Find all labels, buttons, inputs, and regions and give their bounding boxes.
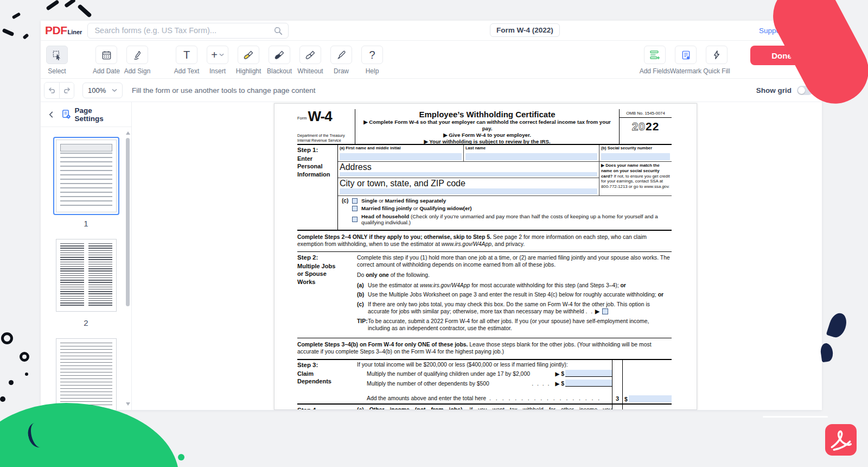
lightning-bolt-icon	[712, 50, 722, 60]
page-number: 2	[84, 318, 88, 327]
two-jobs-checkbox[interactable]	[602, 308, 608, 314]
step4-item-a: (a) Other income (not from jobs). If you…	[357, 405, 612, 410]
scroll-up-arrow[interactable]	[126, 131, 130, 135]
page-thumbnail-3[interactable]	[53, 336, 119, 410]
steps-2-4-note: Complete Steps 2–4 ONLY if they apply to…	[297, 231, 672, 252]
undo-icon	[47, 86, 56, 95]
ssa-url: www.ssa.gov.	[644, 184, 669, 189]
login-link[interactable]: Log in	[795, 27, 815, 35]
insert-button[interactable]: + Insert	[207, 46, 228, 75]
pages-sidebar: Page Settings 1 2 3	[41, 102, 132, 410]
step1-label: Step 1: Enter Personal Information	[297, 145, 338, 230]
scrollbar-thumb[interactable]	[126, 138, 130, 306]
form-number: W-4	[308, 110, 332, 123]
blackout-button[interactable]: Blackout	[269, 46, 290, 75]
top-bar: PDF Liner Form W-4 (2022) Support Log in	[41, 21, 822, 41]
watermark-document-icon	[681, 50, 691, 60]
other-dependents-amount-input[interactable]	[565, 380, 612, 387]
tool-label: Watermark	[670, 67, 701, 75]
pdf-swirl-icon	[828, 427, 853, 452]
city-input[interactable]	[340, 188, 597, 194]
form-number-block: Form W-4 Department of the Treasury Inte…	[297, 109, 355, 144]
show-grid-label: Show grid	[756, 86, 792, 94]
navy-comma-decoration	[826, 311, 850, 339]
ink-mark	[64, 0, 76, 8]
help-button[interactable]: ? Help	[361, 46, 383, 75]
city-cell: City or town, state, and ZIP code	[338, 178, 599, 195]
step2-paragraph-1: Complete this step if you (1) hold more …	[357, 254, 672, 269]
form-word: Form	[297, 116, 307, 121]
step3-other-dependents-line: Multiply the number of other dependents …	[357, 380, 612, 387]
add-fields-button[interactable]: Add Fields	[644, 46, 666, 75]
secondary-toolbar: 100% Fill the form or use another tools …	[41, 79, 822, 102]
ink-mark	[2, 28, 15, 36]
add-sign-button[interactable]: Add Sign	[126, 46, 148, 75]
quick-fill-button[interactable]: Quick Fill	[706, 46, 727, 75]
city-label: City or town, state, and ZIP code	[340, 179, 597, 188]
last-name-input[interactable]	[465, 153, 597, 160]
last-name-cell: Last name	[464, 145, 599, 161]
undo-redo-group	[44, 82, 74, 99]
add-text-button[interactable]: T Add Text	[176, 46, 197, 75]
highlight-button[interactable]: Highlight	[238, 46, 259, 75]
line-3-amount-cell: $	[623, 360, 672, 403]
page-thumbnail-1[interactable]	[53, 137, 119, 215]
support-link[interactable]: Support	[759, 27, 784, 35]
form-year: 2022	[620, 118, 672, 133]
pdfliner-logo[interactable]: PDF Liner	[45, 24, 82, 37]
address-input[interactable]	[340, 172, 597, 176]
filing-option-married-jointly: Married filing jointly or Qualifying wid…	[352, 205, 672, 212]
page-number: 1	[84, 219, 88, 228]
calendar-icon	[101, 50, 112, 60]
steps-3-4b-note: Complete Steps 3–4(b) on Form W-4 for on…	[297, 338, 672, 360]
search-input[interactable]	[87, 23, 289, 39]
draw-brush-icon	[336, 50, 347, 60]
ssn-input[interactable]	[601, 153, 670, 160]
scroll-down-arrow[interactable]	[126, 402, 130, 406]
arrow-marker: ▶	[595, 308, 599, 314]
redo-button[interactable]	[59, 83, 74, 98]
done-button[interactable]: Done	[750, 46, 813, 65]
zoom-level-select[interactable]: 100%	[82, 83, 123, 98]
page-thumbnail-2[interactable]	[53, 236, 119, 314]
search-icon[interactable]	[273, 26, 283, 36]
address-label: Address	[340, 162, 597, 172]
married-jointly-checkbox[interactable]	[352, 206, 358, 211]
tool-label: Select	[48, 67, 66, 75]
step2-tip: TIP: To be accurate, submit a 2022 Form …	[357, 318, 672, 332]
ink-mark	[12, 12, 21, 19]
search-box	[87, 23, 289, 39]
content-area: Page Settings 1 2 3	[41, 102, 822, 410]
single-checkbox[interactable]	[352, 198, 358, 204]
toggle-knob	[798, 87, 805, 94]
whiteout-button[interactable]: Whiteout	[299, 46, 321, 75]
form-instruction-2: ▶ Give Form W-4 to your employer.	[359, 132, 616, 138]
step2-paragraph-2: Do only one of the following.	[357, 272, 672, 279]
show-grid-toggle[interactable]	[797, 86, 813, 95]
dept-line-1: Department of the Treasury	[297, 133, 345, 138]
tool-label: Add Text	[174, 67, 199, 75]
step4-number-cell	[612, 405, 623, 410]
first-name-input[interactable]	[340, 153, 462, 160]
step4-section: Step 4 (a) Other income (not from jobs).…	[297, 405, 672, 410]
draw-button[interactable]: Draw	[330, 46, 352, 75]
form-instruction-3: ▶ Your withholding is subject to review …	[359, 138, 616, 145]
total-dependents-amount-input[interactable]	[629, 395, 672, 402]
top-links: Support Log in	[759, 27, 822, 35]
tool-label: Blackout	[267, 67, 292, 75]
head-of-household-checkbox[interactable]	[352, 217, 358, 222]
qualifying-children-amount-input[interactable]	[565, 370, 612, 377]
blackout-brush-icon	[275, 50, 285, 60]
select-tool-button[interactable]: Select	[46, 46, 68, 75]
undo-button[interactable]	[44, 83, 59, 98]
add-date-button[interactable]: Add Date	[95, 46, 117, 75]
line-3-number: 3	[612, 360, 623, 403]
form-header: Form W-4 Department of the Treasury Inte…	[297, 109, 672, 145]
page-settings-button[interactable]: Page Settings	[61, 106, 131, 123]
w4-form-page: Form W-4 Department of the Treasury Inte…	[274, 103, 697, 410]
tool-label: Add Sign	[124, 67, 151, 75]
form-title: Employee’s Withholding Certificate	[359, 110, 616, 119]
watermark-button[interactable]: Watermark	[675, 46, 697, 75]
omb-number: OMB No. 1545-0074	[620, 109, 672, 118]
collapse-sidebar-button[interactable]	[41, 111, 61, 118]
